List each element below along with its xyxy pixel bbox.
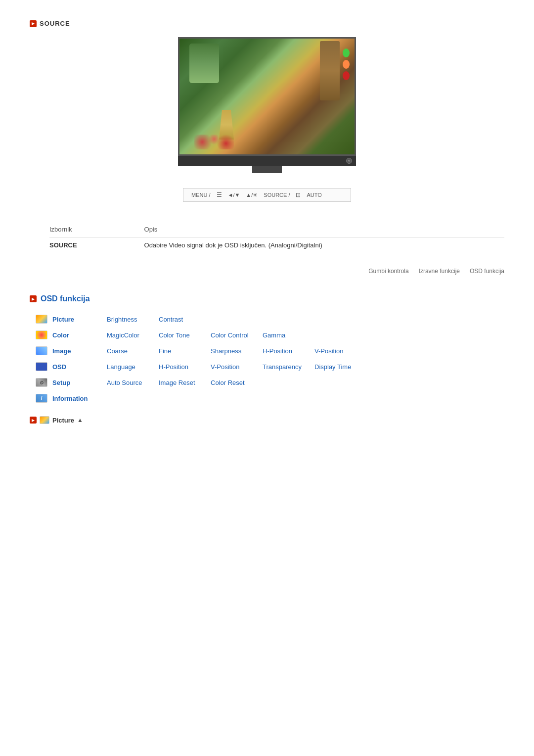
table-cell-label: SOURCE [49,237,144,253]
menu-row-setup: Setup Auto Source Image Reset Color Rese… [35,375,504,390]
menu-item-brightness[interactable]: Brightness [107,316,159,323]
monitor-wrapper: 5 [178,37,356,173]
monitor-base: 5 [178,156,356,166]
menu-category-color[interactable]: Color [52,331,107,339]
ctrl-source-label: SOURCE / [264,192,290,198]
nav-osd-funkcija[interactable]: OSD funkcija [470,268,504,275]
menu-grid: Picture Brightness Contrast Color MagicC… [30,311,504,406]
nav-gumbi-kontrola[interactable]: Gumbi kontrola [368,268,408,275]
menu-items-picture: Brightness Contrast [107,316,211,323]
menu-item-transparency[interactable]: Transparency [263,363,314,371]
menu-category-setup[interactable]: Setup [52,379,107,386]
menu-items-color: MagicColor Color Tone Color Control Gamm… [107,331,314,339]
col-izbornik-header: Izbornik [49,222,144,237]
table-section: Izbornik Opis SOURCE Odabire Video signa… [30,222,504,253]
monitor-lanterns [343,48,350,80]
ctrl-menu-icon: ☰ [217,191,222,198]
nav-links: Gumbi kontrola Izravne funkcije OSD funk… [30,268,504,275]
menu-row-osd: OSD Language H-Position V-Position Trans… [35,359,504,375]
menu-row-information: Information [35,390,504,406]
menu-item-language[interactable]: Language [107,363,159,371]
nav-izravne-funkcije[interactable]: Izravne funkcije [419,268,460,275]
menu-item-auto-source[interactable]: Auto Source [107,379,159,386]
lantern-red [343,71,350,80]
icon-image [35,345,48,356]
picture-nav-up: ▲ [77,417,83,424]
source-arrow-icon [30,20,37,27]
menu-item-h-position-osd[interactable]: H-Position [159,363,211,371]
menu-item-image-reset[interactable]: Image Reset [159,379,211,386]
table-row: SOURCE Odabire Video signal dok je OSD i… [49,237,504,253]
picture-nav-label[interactable]: Picture [52,417,74,424]
lantern-orange [343,60,350,69]
menu-items-setup: Auto Source Image Reset Color Reset [107,379,263,386]
osd-header: OSD funkcija [30,294,504,303]
osd-section: OSD funkcija Picture Brightness Contrast… [30,294,504,424]
monitor-screen [178,37,356,156]
menu-items-osd: Language H-Position V-Position Transpare… [107,363,366,371]
monitor-button[interactable]: 5 [346,158,352,164]
menu-item-v-position-osd[interactable]: V-Position [211,363,263,371]
menu-item-color-tone[interactable]: Color Tone [159,331,211,339]
menu-item-coarse[interactable]: Coarse [107,347,159,355]
osd-title: OSD funkcija [41,294,90,303]
ctrl-brightness: ▲/☀ [246,192,258,198]
control-bar-container: MENU / ☰ ◄/▼ ▲/☀ SOURCE / ⊡ AUTO [30,188,504,202]
menu-item-display-time[interactable]: Display Time [314,363,366,371]
icon-osd [35,361,48,372]
ctrl-source-icon: ⊡ [296,191,301,198]
menu-row-image: Image Coarse Fine Sharpness H-Position V… [35,343,504,359]
picture-nav-arrow [30,417,37,424]
icon-setup [35,377,48,388]
picture-nav: Picture ▲ [30,416,504,424]
ctrl-arrows: ◄/▼ [228,192,240,198]
menu-item-magiccolor[interactable]: MagicColor [107,331,159,339]
menu-category-information[interactable]: Information [52,395,107,402]
source-header-text: SOURCE [40,20,70,27]
menu-item-h-position-image[interactable]: H-Position [263,347,314,355]
monitor-container: 5 [30,37,504,173]
icon-picture [35,314,48,325]
menu-category-image[interactable]: Image [52,347,107,355]
control-bar: MENU / ☰ ◄/▼ ▲/☀ SOURCE / ⊡ AUTO [183,188,351,202]
lantern-green [343,48,350,57]
menu-item-color-reset[interactable]: Color Reset [211,379,263,386]
menu-category-osd[interactable]: OSD [52,363,107,371]
ctrl-auto: AUTO [307,192,321,198]
col-opis-header: Opis [144,222,504,237]
menu-items-image: Coarse Fine Sharpness H-Position V-Posit… [107,347,366,355]
icon-color [35,330,48,340]
icon-information [35,393,48,404]
menu-item-color-control[interactable]: Color Control [211,331,263,339]
table-cell-description: Odabire Video signal dok je OSD isključe… [144,237,504,253]
monitor-flowers [194,135,234,149]
menu-item-sharpness[interactable]: Sharpness [211,347,263,355]
osd-arrow-icon [30,295,37,302]
description-table: Izbornik Opis SOURCE Odabire Video signa… [49,222,504,253]
menu-item-contrast[interactable]: Contrast [159,316,211,323]
menu-item-gamma[interactable]: Gamma [263,331,314,339]
monitor-stand [252,166,282,173]
menu-item-fine[interactable]: Fine [159,347,211,355]
source-header: SOURCE [30,20,504,27]
ctrl-menu-label: MENU / [191,192,211,198]
menu-row-color: Color MagicColor Color Tone Color Contro… [35,327,504,343]
picture-nav-icon [40,416,49,424]
menu-item-v-position-image[interactable]: V-Position [314,347,366,355]
menu-row-picture: Picture Brightness Contrast [35,311,504,327]
menu-category-picture[interactable]: Picture [52,316,107,323]
